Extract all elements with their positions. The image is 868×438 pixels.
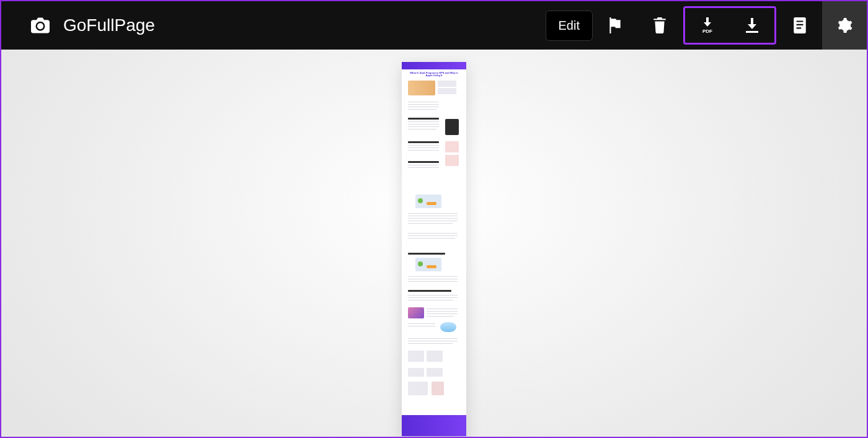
toolbar-left: GoFullPage — [1, 15, 155, 35]
svg-text:PDF: PDF — [702, 28, 712, 34]
screenshot-thumbnail[interactable]: What Is Dual-Frequency GPS and Why Is Ap… — [402, 62, 466, 436]
flag-icon — [608, 17, 622, 33]
files-button[interactable] — [777, 1, 822, 50]
gear-icon — [836, 17, 852, 33]
thumbnail-content: What Is Dual-Frequency GPS and Why Is Ap… — [402, 62, 466, 436]
camera-icon — [31, 17, 50, 33]
trash-icon — [653, 17, 666, 33]
settings-button[interactable] — [822, 1, 867, 50]
captured-page-title: What Is Dual-Frequency GPS and Why Is Ap… — [407, 72, 461, 77]
download-pdf-icon: PDF — [698, 16, 717, 35]
files-icon — [793, 17, 807, 33]
preview-canvas[interactable]: What Is Dual-Frequency GPS and Why Is Ap… — [1, 50, 867, 437]
toolbar-right: Edit PDF — [546, 1, 867, 50]
toolbar: GoFullPage Edit — [1, 1, 867, 50]
flag-button[interactable] — [593, 1, 637, 50]
download-pdf-button[interactable]: PDF — [685, 8, 730, 43]
app-frame: GoFullPage Edit — [0, 0, 868, 438]
download-image-button[interactable] — [730, 8, 774, 43]
download-group-highlight: PDF — [683, 6, 776, 45]
download-image-icon — [743, 17, 761, 34]
edit-button-label: Edit — [546, 11, 593, 41]
svg-rect-1 — [746, 31, 758, 33]
delete-button[interactable] — [637, 1, 682, 50]
app-title: GoFullPage — [63, 15, 155, 35]
edit-button[interactable]: Edit — [546, 1, 593, 50]
